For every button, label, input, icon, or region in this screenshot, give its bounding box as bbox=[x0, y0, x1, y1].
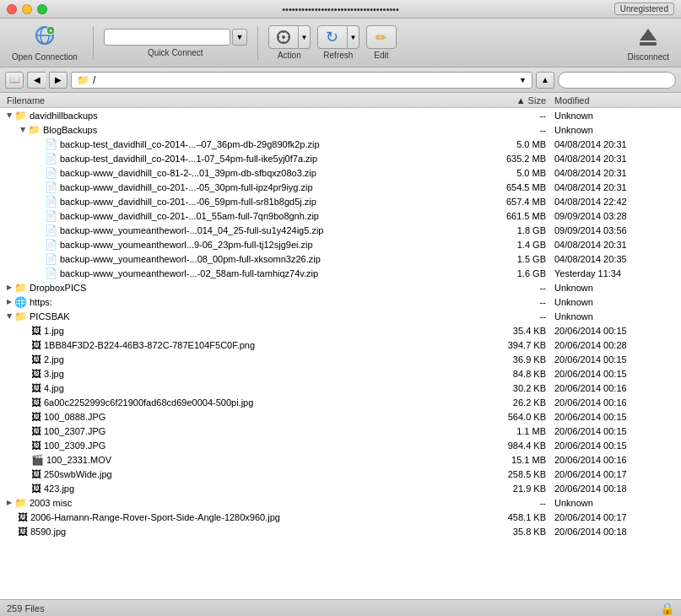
file-row[interactable]: 🎬 100_2331.MOV 15.1 MB 20/06/2014 00:16 bbox=[0, 452, 681, 467]
refresh-icon[interactable]: ↻ bbox=[317, 25, 348, 49]
file-type-icon: 📄 bbox=[45, 224, 57, 236]
file-size-cell: 1.8 GB bbox=[467, 225, 551, 235]
unregistered-badge: Unregistered bbox=[614, 3, 674, 15]
file-row[interactable]: 📄 backup-www_davidhill_co-81-2-...01_39p… bbox=[0, 165, 681, 180]
refresh-button[interactable]: ↻ ▼ Refresh bbox=[317, 25, 359, 60]
file-row[interactable]: ▶ 📁 BlogBackups -- Unknown bbox=[0, 122, 681, 137]
file-size-cell: -- bbox=[467, 111, 551, 121]
expand-triangle[interactable]: ▶ bbox=[7, 298, 12, 305]
file-row[interactable]: 🖼 2006-Hamann-Range-Rover-Sport-Side-Ang… bbox=[0, 510, 681, 524]
file-row[interactable]: ▶ 📁 davidhillbackups -- Unknown bbox=[0, 108, 681, 122]
quick-connect-dropdown[interactable]: ▼ bbox=[232, 29, 247, 46]
file-row[interactable]: 📄 backup-www_youmeantheworl-...014_04_25… bbox=[0, 223, 681, 237]
action-button[interactable]: ▼ Action bbox=[268, 25, 311, 60]
expand-triangle[interactable]: ▶ bbox=[7, 499, 12, 506]
open-connection-button[interactable]: + Open Connection bbox=[7, 20, 83, 65]
expand-triangle[interactable]: ▶ bbox=[6, 113, 14, 118]
file-row[interactable]: 📄 backup-www_youmeantheworl-...08_00pm-f… bbox=[0, 251, 681, 266]
disconnect-button[interactable]: Disconnect bbox=[623, 20, 674, 65]
refresh-dropdown-arrow[interactable]: ▼ bbox=[348, 25, 359, 49]
file-type-icon: 📁 bbox=[14, 110, 27, 122]
file-row[interactable]: 📄 backup-www_davidhill_co-201-...01_55am… bbox=[0, 208, 681, 223]
file-size-cell: 35.4 KB bbox=[467, 326, 551, 336]
file-row[interactable]: 📄 backup-www_youmeantheworl...9-06_23pm-… bbox=[0, 237, 681, 251]
file-modified-cell: 09/09/2014 03:28 bbox=[551, 211, 678, 221]
file-row[interactable]: 🖼 1BB84F3D2-B224-46B3-872C-787E104F5C0F.… bbox=[0, 338, 681, 352]
file-row[interactable]: 📄 backup-test_davidhill_co-2014-...–07_3… bbox=[0, 137, 681, 151]
file-row[interactable]: 📄 backup-www_davidhill_co-201-...-05_30p… bbox=[0, 180, 681, 194]
file-row[interactable]: 📄 backup-www_youmeantheworl-...-02_58am-… bbox=[0, 266, 681, 280]
file-name-cell: 🖼 6a00c2252999c6f21900fad68cd69e0004-500… bbox=[3, 397, 467, 408]
path-text: 📁 / bbox=[77, 74, 95, 86]
expand-triangle[interactable]: ▶ bbox=[19, 127, 27, 132]
file-row[interactable]: 🖼 100_0888.JPG 564.0 KB 20/06/2014 00:15 bbox=[0, 409, 681, 424]
go-up-button[interactable]: ▲ bbox=[536, 72, 554, 89]
file-size-cell: 661.5 MB bbox=[467, 211, 551, 221]
nav-forward-button[interactable]: ▶ bbox=[49, 72, 68, 89]
file-row[interactable]: 📄 backup-test_davidhill_co-2014-...1-07_… bbox=[0, 151, 681, 165]
file-size-cell: 564.0 KB bbox=[467, 412, 551, 422]
quick-connect-input[interactable] bbox=[104, 29, 230, 46]
file-name-cell: 📄 backup-www_davidhill_co-201-...-05_30p… bbox=[3, 181, 467, 193]
file-row[interactable]: 🖼 1.jpg 35.4 KB 20/06/2014 00:15 bbox=[0, 323, 681, 338]
size-column-header[interactable]: ▲ Size bbox=[467, 95, 551, 105]
minimize-button[interactable] bbox=[22, 4, 32, 14]
file-row[interactable]: 🖼 100_2309.JPG 984.4 KB 20/06/2014 00:15 bbox=[0, 438, 681, 452]
file-row[interactable]: 📄 backup-www_davidhill_co-201-...-06_59p… bbox=[0, 194, 681, 208]
file-modified-cell: Unknown bbox=[551, 283, 678, 293]
file-row[interactable]: 🖼 6a00c2252999c6f21900fad68cd69e0004-500… bbox=[0, 395, 681, 409]
path-selector[interactable]: 📁 / ▼ bbox=[71, 72, 532, 89]
file-row[interactable]: 🖼 4.jpg 30.2 KB 20/06/2014 00:16 bbox=[0, 381, 681, 395]
file-size-cell: 84.8 KB bbox=[467, 369, 551, 379]
file-type-icon: 🖼 bbox=[31, 411, 41, 423]
file-size-cell: 458.1 KB bbox=[467, 512, 551, 522]
file-name-cell: 🖼 1.jpg bbox=[3, 325, 467, 337]
close-button[interactable] bbox=[7, 4, 17, 14]
edit-icon[interactable]: ✏ bbox=[366, 25, 397, 49]
search-input[interactable] bbox=[558, 72, 676, 89]
file-name-text: backup-www_youmeantheworl-...-02_58am-fu… bbox=[60, 268, 318, 278]
file-modified-cell: 20/06/2014 00:16 bbox=[551, 397, 678, 408]
file-row[interactable]: ▶ 📁 DropboxPICS -- Unknown bbox=[0, 280, 681, 294]
file-name-text: backup-test_davidhill_co-2014-...1-07_54… bbox=[60, 154, 317, 164]
file-row[interactable]: 🖼 2.jpg 36.9 KB 20/06/2014 00:15 bbox=[0, 352, 681, 366]
file-size-cell: 15.1 MB bbox=[467, 455, 551, 465]
file-row[interactable]: 🖼 423.jpg 21.9 KB 20/06/2014 00:18 bbox=[0, 481, 681, 495]
file-row[interactable]: ▶ 📁 2003 misc -- Unknown bbox=[0, 495, 681, 510]
action-main-icon[interactable] bbox=[268, 25, 299, 49]
bookmark-button[interactable]: 📖 bbox=[5, 72, 24, 89]
action-dropdown-arrow[interactable]: ▼ bbox=[299, 25, 311, 49]
file-modified-cell: 20/06/2014 00:15 bbox=[551, 326, 678, 336]
expand-triangle[interactable]: ▶ bbox=[7, 284, 12, 291]
file-modified-cell: 20/06/2014 00:15 bbox=[551, 354, 678, 365]
filename-column-header[interactable]: Filename bbox=[3, 95, 467, 105]
file-row[interactable]: ▶ 📁 PICSBAK -- Unknown bbox=[0, 309, 681, 323]
file-name-cell: 🎬 100_2331.MOV bbox=[3, 454, 467, 466]
edit-button[interactable]: ✏ Edit bbox=[366, 25, 397, 60]
quick-connect-label: Quick Connect bbox=[148, 48, 203, 57]
file-size-cell: 635.2 MB bbox=[467, 154, 551, 164]
file-name-cell: 🖼 8590.jpg bbox=[3, 526, 467, 538]
file-name-cell: 📄 backup-www_youmeantheworl-...-02_58am-… bbox=[3, 267, 467, 279]
file-row[interactable]: 🖼 3.jpg 84.8 KB 20/06/2014 00:15 bbox=[0, 366, 681, 381]
expand-triangle[interactable]: ▶ bbox=[6, 314, 14, 319]
file-row[interactable]: ▶ 🌐 https: -- Unknown bbox=[0, 294, 681, 309]
file-size-cell: -- bbox=[467, 297, 551, 307]
modified-column-header[interactable]: Modified bbox=[551, 95, 678, 105]
file-modified-cell: 20/06/2014 00:15 bbox=[551, 426, 678, 436]
file-row[interactable]: 🖼 250swbWide.jpg 258.5 KB 20/06/2014 00:… bbox=[0, 467, 681, 481]
maximize-button[interactable] bbox=[37, 4, 47, 14]
file-name-text: davidhillbackups bbox=[30, 111, 98, 121]
file-type-icon: 📄 bbox=[45, 253, 57, 265]
traffic-lights bbox=[7, 4, 47, 14]
refresh-label: Refresh bbox=[323, 51, 353, 60]
column-headers: Filename ▲ Size Modified bbox=[0, 93, 681, 108]
nav-back-button[interactable]: ◀ bbox=[27, 72, 46, 89]
file-name-text: backup-www_youmeantheworl-...014_04_25-f… bbox=[60, 225, 323, 235]
file-type-icon: 🖼 bbox=[31, 397, 41, 408]
file-row[interactable]: 🖼 100_2307.JPG 1.1 MB 20/06/2014 00:15 bbox=[0, 424, 681, 438]
file-size-cell: 36.9 KB bbox=[467, 354, 551, 365]
file-type-icon: 🖼 bbox=[31, 354, 41, 365]
file-name-text: 100_0888.JPG bbox=[44, 412, 105, 422]
file-row[interactable]: 🖼 8590.jpg 35.8 KB 20/06/2014 00:18 bbox=[0, 524, 681, 538]
